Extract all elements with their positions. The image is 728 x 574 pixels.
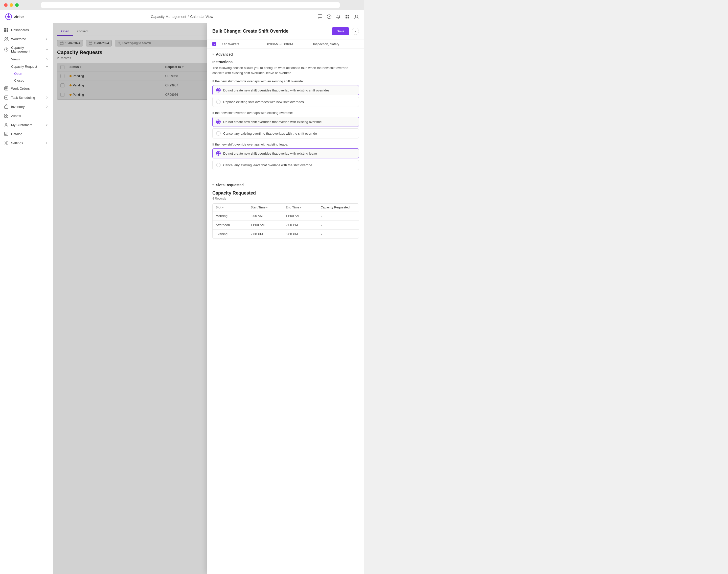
save-button[interactable]: Save <box>332 27 349 35</box>
svg-rect-24 <box>7 116 8 118</box>
sidebar-item-views[interactable]: Views <box>11 55 53 63</box>
slots-section-header[interactable]: Slots Requested <box>207 179 364 191</box>
slots-record-count: 4 Records <box>212 197 359 200</box>
notification-icon[interactable] <box>336 14 341 19</box>
settings-label: Settings <box>11 141 43 145</box>
slot-name-1: Afternoon <box>216 223 251 227</box>
slots-title: Capacity Requested <box>212 191 359 196</box>
user-icon[interactable] <box>354 14 359 19</box>
radio-option-cancel-leave[interactable]: Cancel any existing leave that overlaps … <box>212 160 359 170</box>
svg-rect-13 <box>4 30 6 32</box>
help-icon[interactable]: ? <box>327 14 332 19</box>
views-chevron-icon <box>45 57 49 61</box>
radio-option-cancel-overtime[interactable]: Cancel any existing overtime that overla… <box>212 128 359 138</box>
radio-circle-1-0 <box>216 120 221 124</box>
workforce-icon <box>4 37 9 41</box>
radio-label-1-1: Cancel any existing overtime that overla… <box>223 132 317 135</box>
slot-sort-icon[interactable]: ▾ <box>222 206 224 209</box>
customers-chevron-icon <box>45 123 49 127</box>
slot-end-1: 2:00 PM <box>285 223 321 227</box>
workorder-icon <box>4 86 9 91</box>
radio-option-no-create-override[interactable]: Do not create new shift overrides that o… <box>212 85 359 95</box>
maximize-dot[interactable] <box>15 3 19 7</box>
radio-label-2-1: Cancel any existing leave that overlaps … <box>223 163 312 167</box>
svg-rect-22 <box>7 114 8 116</box>
slots-section-title: Slots Requested <box>216 183 244 187</box>
svg-text:?: ? <box>329 15 330 18</box>
customers-icon <box>4 123 9 127</box>
radio-option-no-create-leave[interactable]: Do not create new shift overrides that o… <box>212 148 359 158</box>
svg-point-15 <box>5 37 6 39</box>
worker-checkbox[interactable] <box>212 42 216 46</box>
dashboard-icon <box>4 28 9 32</box>
end-time-sort-icon[interactable]: ▾ <box>300 206 301 209</box>
sidebar: Dashboards Workforce Capacity Management… <box>0 23 53 574</box>
url-bar[interactable] <box>41 2 340 8</box>
sidebar-item-capacity-request[interactable]: Capacity Request <box>11 63 53 70</box>
sidebar-item-inventory[interactable]: Inventory <box>0 102 53 111</box>
advanced-section-header[interactable]: Advanced <box>207 49 364 60</box>
modal-panel: Bulk Change: Create Shift Override Save … <box>207 23 364 574</box>
worker-row: Ken Walters 8:00AM - 6:00PM Inspection, … <box>207 39 364 49</box>
settings-chevron-icon <box>45 141 49 145</box>
inventory-icon <box>4 104 9 109</box>
chat-icon[interactable] <box>317 14 322 19</box>
catalog-icon <box>4 132 9 136</box>
modal-header-actions: Save × <box>332 27 359 35</box>
slots-table: Slot▾ Start Time▾ End Time▾ Capacity Req… <box>212 203 359 239</box>
task-chevron-icon <box>45 96 49 99</box>
conflict-group-shift-override: If the new shift override overlaps with … <box>212 79 359 107</box>
checkmark-icon <box>213 42 216 46</box>
sidebar-item-assets[interactable]: Assets <box>0 111 53 120</box>
modal-body: Ken Walters 8:00AM - 6:00PM Inspection, … <box>207 39 364 574</box>
grid-icon[interactable] <box>345 14 350 19</box>
worker-time: 8:00AM - 6:00PM <box>267 42 313 46</box>
breadcrumb-parent: Capacity Management <box>151 15 186 19</box>
conflict-label-0: If the new shift override overlaps with … <box>212 79 359 83</box>
sidebar-item-dashboards[interactable]: Dashboards <box>0 25 53 34</box>
logo-icon <box>5 13 12 20</box>
slots-row-0: Morning 8:00 AM 11:00 AM 2 <box>213 211 359 220</box>
start-time-sort-icon[interactable]: ▾ <box>266 206 267 209</box>
sidebar-item-catalog[interactable]: Catalog <box>0 129 53 138</box>
sidebar-item-work-orders[interactable]: Work Orders <box>0 84 53 93</box>
minimize-dot[interactable] <box>10 3 13 7</box>
close-button[interactable]: × <box>352 28 359 35</box>
breadcrumb-separator: / <box>188 15 189 19</box>
svg-point-27 <box>6 142 7 144</box>
work-orders-label: Work Orders <box>11 87 49 90</box>
slots-table-header: Slot▾ Start Time▾ End Time▾ Capacity Req… <box>213 204 359 211</box>
radio-label-1-0: Do not create new shift overrides that o… <box>223 120 321 124</box>
capacity-request-chevron-icon <box>45 65 49 69</box>
slot-name-0: Morning <box>216 214 251 218</box>
sidebar-item-workforce[interactable]: Workforce <box>0 34 53 43</box>
sidebar-item-capacity-management[interactable]: Capacity Management <box>0 43 53 55</box>
main-layout: Dashboards Workforce Capacity Management… <box>0 23 364 574</box>
conflict-label-1: If the new shift override overlaps with … <box>212 111 359 115</box>
workforce-label: Workforce <box>11 37 43 41</box>
radio-circle-2-0 <box>216 151 221 156</box>
inventory-chevron-icon <box>45 105 49 109</box>
capacity-request-label: Capacity Request <box>11 65 37 69</box>
radio-option-replace-override[interactable]: Replace existing shift overrides with ne… <box>212 97 359 107</box>
sidebar-item-task-scheduling[interactable]: Task Scheduling <box>0 93 53 102</box>
sidebar-item-closed[interactable]: Closed <box>14 77 53 84</box>
worker-tags: Inspection, Safety <box>313 42 359 46</box>
close-dot[interactable] <box>4 3 8 7</box>
radio-option-no-create-overtime[interactable]: Do not create new shift overrides that o… <box>212 117 359 127</box>
svg-point-25 <box>6 123 7 125</box>
slot-end-2: 6:00 PM <box>285 232 321 236</box>
slot-col-slot: Slot▾ <box>216 206 251 209</box>
slot-col-end-time: End Time▾ <box>285 206 321 209</box>
slot-capacity-2: 2 <box>321 232 356 236</box>
svg-rect-20 <box>5 106 8 109</box>
sidebar-item-open[interactable]: Open <box>14 70 53 77</box>
open-label: Open <box>14 72 22 76</box>
modal-header: Bulk Change: Create Shift Override Save … <box>207 23 364 39</box>
capacity-chevron-icon <box>45 48 49 51</box>
sidebar-item-settings[interactable]: Settings <box>0 138 53 148</box>
slot-col-capacity: Capacity Requested <box>321 206 356 209</box>
logo[interactable]: zinier <box>5 13 24 20</box>
logo-text: zinier <box>14 14 24 19</box>
sidebar-item-my-customers[interactable]: My Customers <box>0 120 53 129</box>
